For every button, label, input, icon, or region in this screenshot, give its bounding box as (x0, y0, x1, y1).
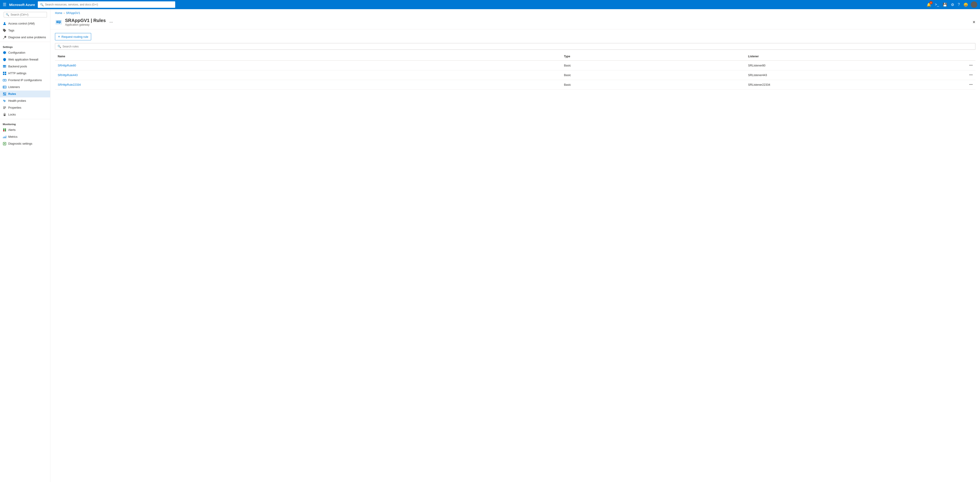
svg-rect-7 (3, 73, 4, 75)
rules-table-body: SRHttpRule80 Basic SRListener80 ··· SRHt… (55, 61, 975, 89)
sidebar-item-health-probes[interactable]: Health probes (0, 97, 50, 104)
col-header-name: Name (55, 53, 561, 61)
sidebar-item-access-control[interactable]: Access control (IAM) (0, 20, 50, 27)
page-title: SRAppGV1 | Rules (65, 18, 106, 23)
shield-icon (3, 58, 6, 61)
rule-name-cell: SRHttpRule80 (55, 61, 561, 70)
sidebar-item-label: Properties (8, 106, 21, 109)
svg-point-0 (4, 22, 5, 24)
table-row: SRHttpRule80 Basic SRListener80 ··· (55, 61, 975, 70)
content-area: + Request routing rule 🔍 Name Type Liste… (50, 29, 980, 482)
wrench-icon (3, 35, 6, 39)
top-navigation-bar: ☰ Microsoft Azure 🔍 🔔 4 >_ 💾 ⚙ ? 😀 (0, 0, 980, 9)
col-header-listener: Listener (745, 53, 929, 61)
svg-rect-19 (3, 107, 6, 108)
col-header-type: Type (561, 53, 745, 61)
add-rule-button[interactable]: + Request routing rule (55, 33, 91, 40)
svg-rect-16 (3, 93, 4, 94)
breadcrumb-home[interactable]: Home (55, 11, 62, 15)
user-avatar[interactable] (971, 2, 977, 8)
sidebar-search-input[interactable] (11, 13, 45, 16)
svg-rect-35 (59, 23, 60, 24)
row-actions-cell[interactable]: ··· (929, 70, 975, 80)
close-button[interactable]: ✕ (972, 20, 975, 24)
sidebar-divider-2 (0, 119, 50, 119)
svg-rect-15 (3, 95, 6, 95)
page-header-text: SRAppGV1 | Rules Application gateway (65, 18, 106, 26)
sidebar-item-label: Backend pools (8, 65, 27, 68)
feedback-button[interactable]: 😀 (963, 2, 969, 8)
toolbar: + Request routing rule (55, 33, 975, 40)
lock-icon (3, 113, 6, 117)
svg-point-4 (5, 67, 6, 67)
sidebar-item-waf[interactable]: Web application firewall (0, 56, 50, 63)
metrics-icon (3, 135, 6, 139)
svg-rect-13 (3, 93, 6, 93)
breadcrumb: Home › SRAppGV1 (50, 9, 980, 17)
svg-rect-25 (5, 130, 6, 131)
sidebar-item-locks[interactable]: Locks (0, 111, 50, 118)
cloud-shell-button[interactable]: >_ (934, 2, 940, 8)
svg-rect-20 (3, 109, 5, 109)
rule-type-cell: Basic (561, 61, 745, 70)
row-actions-cell[interactable]: ··· (929, 80, 975, 89)
sidebar-item-http-settings[interactable]: HTTP settings (0, 70, 50, 77)
tag-icon (3, 29, 6, 32)
breadcrumb-resource[interactable]: SRAppGV1 (66, 11, 80, 15)
row-more-options-button[interactable]: ··· (969, 63, 973, 68)
global-search-box[interactable]: 🔍 (38, 2, 175, 8)
sidebar-item-alerts[interactable]: Alerts (0, 126, 50, 133)
sidebar-item-rules[interactable]: Rules (0, 91, 50, 97)
azure-logo: Microsoft Azure (9, 3, 35, 6)
sidebar-item-configuration[interactable]: Configuration (0, 49, 50, 56)
sidebar-item-tags[interactable]: Tags (0, 27, 50, 34)
svg-rect-22 (3, 129, 4, 130)
sidebar-item-frontend-ip[interactable]: Frontend IP configurations (0, 77, 50, 84)
rule-listener-cell: SRListener22334 (745, 80, 929, 89)
rule-listener-cell: SRListener443 (745, 70, 929, 80)
rule-name-cell: SRHttpRule443 (55, 70, 561, 80)
sidebar-item-listeners[interactable]: Listeners (0, 84, 50, 91)
sidebar-item-diagnostics[interactable]: Diagnostic settings (0, 140, 50, 147)
sidebar-item-label: Configuration (8, 51, 25, 54)
sidebar-item-backend-pools[interactable]: Backend pools (0, 63, 50, 70)
help-button[interactable]: ? (957, 2, 961, 8)
search-icon: 🔍 (57, 45, 61, 48)
svg-point-3 (5, 65, 6, 66)
rules-table: Name Type Listener SRHttpRule80 Basic SR… (55, 53, 975, 89)
row-more-options-button[interactable]: ··· (969, 73, 973, 77)
page-header: SRAppGV1 | Rules Application gateway ···… (50, 17, 980, 29)
sidebar-item-label: Metrics (8, 135, 18, 139)
rule-type-cell: Basic (561, 70, 745, 80)
global-search-input[interactable] (45, 3, 173, 6)
sidebar-item-label: Health probes (8, 99, 26, 102)
sidebar-item-label: Diagnostic settings (8, 142, 32, 145)
sidebar-item-label: Listeners (8, 86, 20, 89)
rule-type-cell: Basic (561, 80, 745, 89)
diagnostic-icon (3, 142, 6, 145)
sidebar-list: Access control (IAM) Tags Diagnose and s… (0, 20, 50, 482)
settings-button[interactable]: ⚙ (950, 2, 955, 8)
ip-icon (3, 78, 6, 82)
row-more-options-button[interactable]: ··· (969, 82, 973, 87)
rules-search-box[interactable]: 🔍 (55, 43, 975, 50)
rules-search-input[interactable] (62, 45, 973, 48)
svg-rect-17 (5, 94, 5, 95)
top-bar-icons: 🔔 4 >_ 💾 ⚙ ? 😀 (926, 2, 977, 8)
properties-icon (3, 106, 6, 110)
svg-rect-29 (6, 136, 6, 138)
notifications-button[interactable]: 🔔 4 (926, 2, 932, 8)
sidebar-item-label: Frontend IP configurations (8, 78, 42, 82)
plus-icon: + (58, 35, 60, 39)
sidebar-item-properties[interactable]: Properties (0, 104, 50, 111)
sidebar-search-box[interactable]: 🔍 (4, 12, 47, 18)
sidebar-item-diagnose[interactable]: Diagnose and solve problems (0, 34, 50, 41)
sidebar-item-metrics[interactable]: Metrics (0, 133, 50, 140)
more-options-button[interactable]: ··· (110, 20, 113, 24)
portal-menu-button[interactable]: 💾 (942, 2, 948, 8)
listeners-icon (3, 85, 6, 89)
row-actions-cell[interactable]: ··· (929, 61, 975, 70)
sidebar-item-label: Tags (8, 29, 14, 32)
hamburger-menu[interactable]: ☰ (3, 2, 6, 7)
rule-listener-cell: SRListener80 (745, 61, 929, 70)
